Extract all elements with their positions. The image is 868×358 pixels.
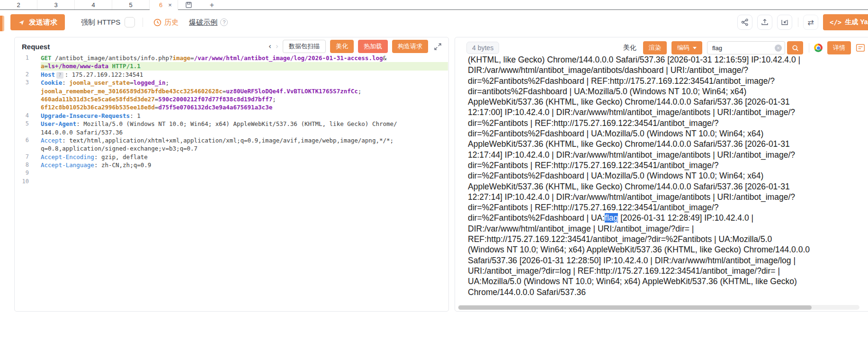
send-request-button[interactable]: 发送请求 (10, 14, 65, 30)
import-button[interactable] (777, 15, 792, 30)
syntax-segment: = (130, 79, 134, 86)
history-next-icon[interactable]: › (276, 43, 278, 50)
force-https-toggle[interactable] (125, 17, 135, 27)
response-line: AppleWebKit/537.36 (KHTML, like Gecko) C… (468, 97, 868, 107)
response-panel: 4 bytes 美化 渲染 编码 × 详情 (455, 37, 868, 312)
syntax-segment: Accept-Language (41, 161, 94, 169)
history-button[interactable]: 历史 (153, 18, 179, 27)
blast-example-link[interactable]: 爆破示例 (189, 18, 217, 27)
syntax-segment: 175.27.169.122:34541 (72, 71, 143, 78)
construct-request-button[interactable]: 构造请求 (392, 40, 428, 53)
response-viewer[interactable]: (KHTML, like Gecko) Chrome/144.0.0.0 Saf… (468, 54, 868, 297)
request-editor-line: 144.0.0.0 Safari/537.36 (15, 128, 448, 136)
share-button[interactable] (737, 15, 752, 30)
syntax-segment: Host (41, 71, 55, 78)
search-button[interactable] (787, 41, 803, 54)
request-editor-line: 1GET /antibot_image/antibots/info.php?im… (15, 54, 448, 62)
syntax-segment: : Mozilla/5.0 (Windows NT 10.0; Win64; x… (76, 120, 397, 127)
request-editor-line: a=ls+/home/www-data HTTP/1.1 (15, 62, 448, 70)
tab-label: 6 (159, 1, 162, 9)
syntax-segment: joomla_user_state (69, 79, 130, 86)
response-line: AppleWebKit/537.36 (KHTML, like Gecko) C… (468, 181, 868, 192)
request-editor-line: 460ada11b31d3c5e5ca6e58fd5d3de27=590c200… (15, 95, 448, 103)
line-content: User-Agent: Mozilla/5.0 (Windows NT 10.0… (41, 120, 448, 128)
tab-label: 3 (54, 1, 57, 9)
add-tab-icon[interactable]: + (210, 1, 214, 9)
request-panel-header: Request ‹ › 数据包扫描 美化 热加载 构造请求 (15, 37, 448, 54)
syntax-segment: Upgrade-Insecure-Requests (41, 112, 130, 119)
syntax-segment: 144.0.0.0 Safari/537.36 (41, 129, 123, 136)
line-number (15, 95, 29, 103)
encode-dropdown-button[interactable]: 编码 (671, 41, 702, 54)
syntax-segment: ; (358, 88, 362, 95)
search-input[interactable] (712, 45, 775, 52)
syntax-segment: Accept (41, 137, 62, 144)
generate-yaml-button[interactable]: </> 生成 Yam (823, 14, 868, 30)
response-panel-header: 4 bytes 美化 渲染 编码 × 详情 (455, 37, 868, 56)
beautify-request-button[interactable]: 美化 (330, 40, 354, 53)
syntax-segment: uz80UeRF5loDQe4f.VvBTLOKTK1765S7znfCc (226, 88, 358, 95)
line-number: 5 (15, 120, 29, 128)
syntax-segment: : zh-CN,zh;q=0.9 (94, 161, 151, 169)
response-line: dir=%2Fantibots | REF:http://175.27.169.… (468, 118, 868, 128)
line-number: 2 (15, 71, 29, 79)
tab-close-icon[interactable]: × (168, 1, 172, 9)
response-line: URI:/antibot_image/?dir=log | REF:http:/… (468, 266, 868, 276)
response-line: dir=%2Fantibots%2Fdashboard | UA:Mozilla… (468, 128, 868, 139)
packet-scan-button[interactable]: 数据包扫描 (283, 40, 326, 53)
response-view-toggle-icon[interactable] (856, 43, 865, 53)
tab-6[interactable]: 6× (150, 0, 178, 10)
collapsed-side-handle[interactable] (0, 16, 4, 31)
syntax-segment: & (383, 54, 387, 62)
line-number (15, 103, 29, 111)
force-https-label: 强制 HTTPS (81, 18, 120, 27)
export-button[interactable] (757, 15, 772, 30)
render-button[interactable]: 渲染 (643, 41, 667, 54)
beautify-response-button[interactable]: 美化 (623, 44, 636, 52)
request-editor-line: 6f12c8b01052b36ca2996b535ee18e8d=d75f5e0… (15, 103, 448, 111)
clock-icon (153, 18, 161, 27)
open-in-chrome-icon[interactable] (814, 44, 823, 52)
save-icon[interactable] (186, 2, 192, 8)
syntax-segment: logged_in (134, 79, 166, 86)
request-editor-line: 9 (15, 169, 448, 177)
swap-view-button[interactable]: ⇄ (803, 15, 818, 30)
search-box: × (707, 41, 785, 54)
line-content: joomla_remember_me_30166589d367bfdbe43cc… (41, 87, 448, 95)
response-search-group: × (707, 41, 803, 54)
syntax-segment: HTTP/1.1 (112, 63, 141, 70)
request-editor-line: 7Accept-Encoding: gzip, deflate (15, 153, 448, 161)
request-editor-line: 10 (15, 178, 448, 186)
line-content: Accept: text/html,application/xhtml+xml,… (41, 136, 448, 144)
fullscreen-icon[interactable] (434, 43, 442, 51)
line-content: 460ada11b31d3c5e5ca6e58fd5d3de27=590c200… (41, 95, 448, 103)
request-editor-line: 2Host?: 175.27.169.122:34541 (15, 71, 448, 79)
tab-2[interactable]: 2 (0, 0, 37, 10)
tab-strip-actions: + (178, 0, 214, 10)
detail-button[interactable]: 详情 (827, 41, 851, 54)
tab-3[interactable]: 3 (37, 0, 75, 10)
hot-reload-button[interactable]: 热加载 (358, 40, 388, 53)
line-content (41, 178, 448, 186)
response-line: 12:17:00] IP:10.42.4.0 | DIR:/var/www/ht… (468, 107, 868, 117)
syntax-segment: ls+/home/www-data (48, 63, 108, 70)
line-content: Accept-Encoding: gzip, deflate (41, 153, 448, 161)
request-editor[interactable]: 1GET /antibot_image/antibots/info.php?im… (15, 54, 448, 186)
help-icon[interactable]: ? (220, 18, 228, 26)
response-line: AppleWebKit/537.36 (KHTML, like Gecko) C… (468, 139, 868, 149)
line-content: a=ls+/home/www-data HTTP/1.1 (41, 62, 448, 70)
history-prev-icon[interactable]: ‹ (268, 43, 271, 50)
clear-search-icon[interactable]: × (775, 45, 782, 52)
tab-label: 4 (91, 1, 95, 9)
response-line: UA:Mozilla/5.0 (Windows NT 10.0; Win64; … (468, 276, 868, 286)
response-line: dir=%2Fantibots | REF:http://175.27.169.… (468, 160, 868, 170)
line-number (15, 144, 29, 152)
line-number (15, 87, 29, 95)
import-icon (781, 18, 788, 26)
tab-5[interactable]: 5 (112, 0, 150, 10)
scrollbar-thumb[interactable] (458, 305, 812, 310)
response-line: DIR:/var/www/html/antibot_image/antibots… (468, 65, 868, 75)
horizontal-scrollbar[interactable] (458, 305, 859, 310)
response-header-divider (809, 43, 809, 53)
tab-4[interactable]: 4 (75, 0, 112, 10)
